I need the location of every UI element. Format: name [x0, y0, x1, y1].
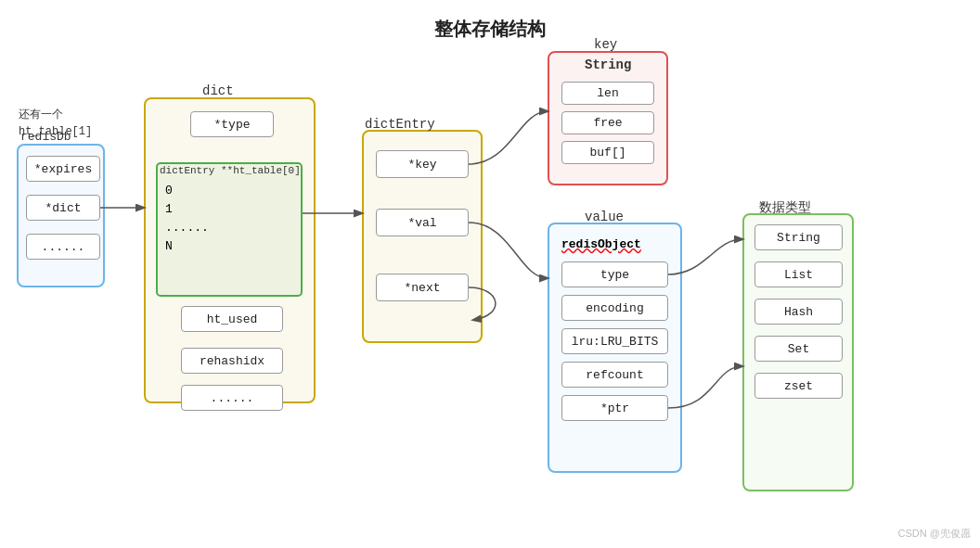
dictentry-val: *val	[376, 209, 469, 236]
dict-dots2: ......	[181, 385, 283, 411]
key-free: free	[561, 111, 654, 134]
type-list: List	[754, 261, 843, 287]
redisdb-dots: ......	[26, 234, 100, 260]
dict-label: dict	[202, 83, 234, 98]
type-set: Set	[754, 336, 843, 362]
ht-item-dots: ......	[165, 221, 209, 235]
type-string: String	[754, 224, 843, 250]
page-title: 整体存储结构	[0, 17, 980, 42]
key-len: len	[561, 82, 654, 105]
datatype-label: 数据类型	[759, 199, 811, 216]
key-string-label: String	[585, 57, 631, 72]
redisdb-dict: *dict	[26, 195, 100, 221]
key-buf: buf[]	[561, 141, 654, 164]
redisobject-label: redisObject	[561, 237, 641, 251]
dictentry-next: *next	[376, 274, 469, 301]
ht-item-n: N	[165, 239, 173, 253]
dict-rehashidx: rehashidx	[181, 348, 283, 374]
value-ptr: *ptr	[561, 395, 668, 421]
value-encoding: encoding	[561, 295, 668, 321]
value-label: value	[585, 210, 624, 224]
redisdb-expires: *expires	[26, 156, 100, 182]
value-type: type	[561, 261, 668, 287]
ht-item-1: 1	[165, 202, 173, 216]
key-label: key	[594, 37, 617, 52]
dictentry-key: *key	[376, 150, 469, 178]
ht-item-0: 0	[165, 184, 173, 198]
dictentry-label: dictEntry	[365, 117, 435, 132]
dict-type: *type	[190, 111, 274, 137]
dict-ht-used: ht_used	[181, 306, 283, 332]
watermark: CSDN @兜俊愿	[898, 527, 971, 541]
type-hash: Hash	[754, 299, 843, 325]
redisdb-label: redisDb	[20, 130, 71, 144]
ht-table-label: dictEntry **ht_table[0]	[160, 165, 301, 176]
type-zset: zset	[754, 373, 843, 399]
value-refcount: refcount	[561, 362, 668, 388]
value-lru: lru:LRU_BITS	[561, 328, 668, 354]
